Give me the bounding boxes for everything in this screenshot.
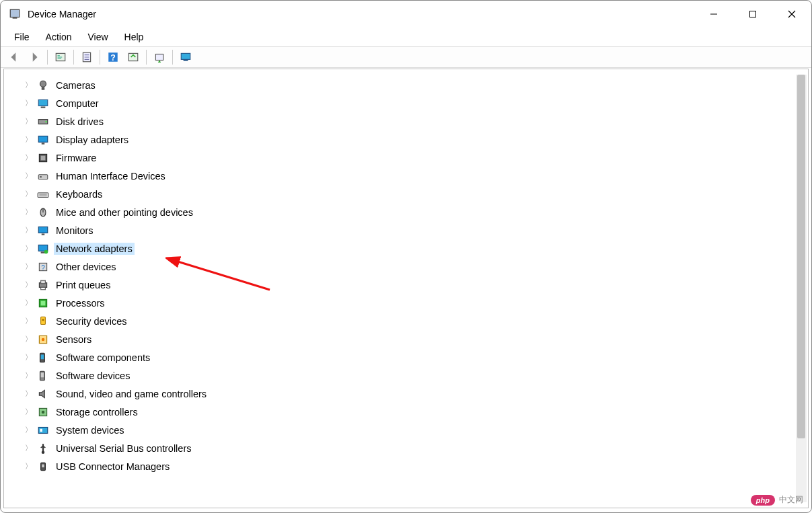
chevron-right-icon[interactable]: 〉 — [24, 352, 32, 362]
chevron-right-icon[interactable]: 〉 — [24, 443, 32, 453]
tree-item-label: Sound, video and game controllers — [54, 388, 209, 400]
titlebar: Device Manager — [1, 1, 811, 28]
show-hidden-button[interactable] — [51, 48, 70, 66]
mouse-icon — [36, 206, 50, 219]
svg-rect-20 — [41, 106, 46, 108]
chevron-right-icon[interactable]: 〉 — [24, 134, 32, 145]
camera-icon — [36, 79, 50, 92]
minimize-button[interactable] — [694, 1, 733, 28]
usb-icon — [36, 442, 50, 455]
chevron-right-icon[interactable]: 〉 — [24, 153, 32, 163]
chevron-right-icon[interactable]: 〉 — [24, 262, 32, 272]
tree-item[interactable]: 〉Network adapters — [24, 239, 795, 258]
chevron-right-icon[interactable]: 〉 — [24, 207, 32, 217]
security-icon — [36, 315, 50, 328]
chevron-right-icon[interactable]: 〉 — [24, 334, 32, 344]
devices-by-type-button[interactable] — [176, 48, 195, 66]
chevron-right-icon[interactable]: 〉 — [24, 98, 32, 108]
tree-item-label: Computer — [54, 97, 101, 110]
chevron-right-icon[interactable]: 〉 — [24, 243, 32, 253]
watermark-text: 中文网 — [779, 494, 803, 506]
menu-action[interactable]: Action — [39, 30, 79, 44]
tree-item[interactable]: 〉Human Interface Devices — [24, 167, 795, 185]
tree-item[interactable]: 〉Monitors — [24, 221, 795, 239]
computer-icon — [36, 97, 50, 110]
usbconn-icon — [36, 460, 50, 473]
maximize-button[interactable] — [733, 1, 772, 28]
svg-rect-53 — [41, 372, 44, 377]
svg-rect-56 — [38, 427, 48, 433]
close-button[interactable] — [772, 1, 811, 28]
help-button[interactable]: ? — [104, 48, 122, 66]
tree-item-label: System devices — [54, 424, 126, 436]
forward-button[interactable] — [25, 48, 44, 66]
tree-item[interactable]: 〉Software devices — [24, 366, 795, 385]
chevron-right-icon[interactable]: 〉 — [24, 407, 32, 417]
tree-item[interactable]: 〉Display adapters — [24, 130, 795, 149]
toolbar-separator — [172, 50, 173, 65]
chevron-right-icon[interactable]: 〉 — [24, 189, 32, 199]
tree-item[interactable]: 〉Firmware — [24, 149, 795, 167]
scan-button[interactable] — [124, 48, 143, 66]
chevron-right-icon[interactable]: 〉 — [24, 171, 32, 181]
tree-item[interactable]: 〉?Other devices — [24, 258, 795, 276]
menu-file[interactable]: File — [7, 30, 36, 44]
tree-item[interactable]: 〉Processors — [24, 294, 795, 312]
device-tree[interactable]: 〉Cameras〉Computer〉Disk drives〉Display ad… — [24, 76, 795, 508]
menu-view[interactable]: View — [81, 30, 114, 44]
tree-item[interactable]: 〉Sensors — [24, 330, 795, 348]
toolbar: ? — [1, 46, 811, 68]
window-title: Device Manager — [28, 9, 96, 19]
tree-item[interactable]: 〉Software components — [24, 348, 795, 366]
tree-item[interactable]: 〉USB Connector Managers — [24, 457, 795, 475]
sound-icon — [36, 387, 50, 401]
system-icon — [36, 424, 50, 437]
toolbar-separator — [146, 50, 147, 65]
tree-item-label: Storage controllers — [54, 406, 140, 418]
menubar: File Action View Help — [1, 28, 811, 46]
svg-rect-27 — [38, 174, 48, 179]
toolbar-separator — [47, 50, 48, 65]
tree-item[interactable]: 〉Mice and other pointing devices — [24, 203, 795, 221]
properties-button[interactable] — [77, 48, 96, 66]
tree-item[interactable]: 〉Computer — [24, 94, 795, 112]
tree-item-label: Disk drives — [54, 116, 106, 128]
chevron-right-icon[interactable]: 〉 — [24, 370, 32, 381]
tree-item[interactable]: 〉Print queues — [24, 276, 795, 294]
tree-item[interactable]: 〉Keyboards — [24, 185, 795, 203]
tree-item-label: Cameras — [54, 79, 98, 91]
update-driver-button[interactable] — [150, 48, 169, 66]
chevron-right-icon[interactable]: 〉 — [24, 80, 32, 90]
menu-help[interactable]: Help — [118, 30, 151, 44]
monitor-icon — [36, 224, 50, 237]
tree-item[interactable]: 〉System devices — [24, 421, 795, 439]
tree-item[interactable]: 〉Universal Serial Bus controllers — [24, 439, 795, 457]
tree-item[interactable]: 〉Storage controllers — [24, 403, 795, 421]
tree-item[interactable]: 〉Security devices — [24, 312, 795, 330]
tree-item-label: Other devices — [54, 261, 118, 273]
scrollbar-thumb[interactable] — [797, 75, 805, 438]
tree-item-label: Monitors — [54, 225, 96, 237]
scrollbar[interactable] — [796, 75, 807, 502]
chevron-right-icon[interactable]: 〉 — [24, 389, 32, 399]
chevron-right-icon[interactable]: 〉 — [24, 298, 32, 308]
chevron-right-icon[interactable]: 〉 — [24, 225, 32, 235]
window-controls — [694, 1, 811, 28]
svg-point-55 — [42, 410, 45, 413]
svg-rect-60 — [42, 464, 44, 467]
svg-rect-51 — [41, 354, 44, 359]
svg-rect-42 — [41, 280, 46, 284]
chevron-right-icon[interactable]: 〉 — [24, 425, 32, 435]
app-icon — [9, 8, 21, 20]
chevron-right-icon[interactable]: 〉 — [24, 116, 32, 126]
chevron-right-icon[interactable]: 〉 — [24, 280, 32, 290]
svg-rect-24 — [42, 143, 45, 144]
tree-item-label: Firmware — [54, 152, 98, 164]
chevron-right-icon[interactable]: 〉 — [24, 316, 32, 326]
tree-item[interactable]: 〉Cameras — [24, 76, 795, 94]
tree-item[interactable]: 〉Disk drives — [24, 112, 795, 130]
tree-item[interactable]: 〉Sound, video and game controllers — [24, 385, 795, 403]
back-button[interactable] — [5, 48, 24, 66]
svg-rect-57 — [40, 428, 42, 432]
chevron-right-icon[interactable]: 〉 — [24, 461, 32, 471]
